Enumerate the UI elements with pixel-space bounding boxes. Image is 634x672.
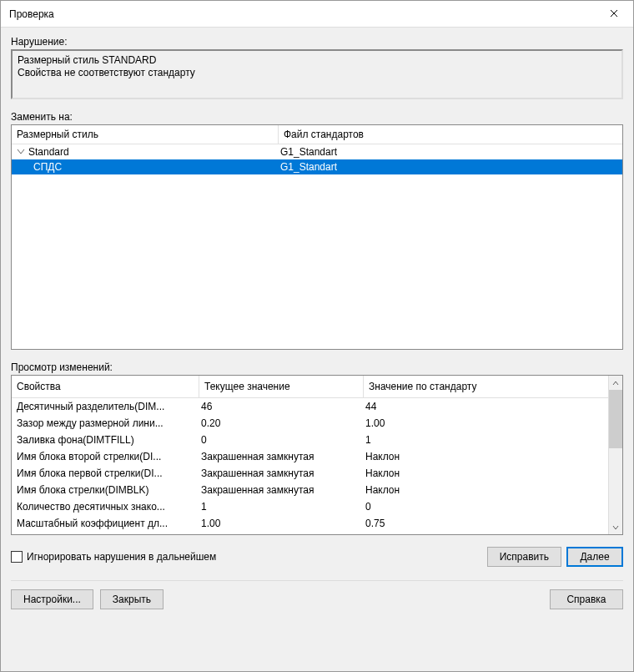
current-cell: 1 [199,501,364,513]
current-cell: 0.20 [199,417,364,429]
ignore-checkbox[interactable] [11,551,23,563]
replace-header: Размерный стиль Файл стандартов [12,125,622,144]
current-cell: Закрашенная замкнутая [199,467,364,479]
violation-text-line2: Свойства не соответствуют стандарту [18,67,616,79]
tree-item-file: G1_Standart [279,161,622,173]
replace-label: Заменить на: [11,111,623,123]
help-button[interactable]: Справка [550,589,623,609]
current-cell: 0 [199,434,364,446]
scroll-up-button[interactable] [609,376,622,390]
action-row: Игнорировать нарушения в дальнейшем Испр… [11,542,623,573]
current-cell: Закрашенная замкнутая [199,451,364,462]
replace-header-col1[interactable]: Размерный стиль [12,125,279,144]
table-row[interactable]: Масштабный коэффициент дл...1.000.75 [12,515,608,532]
dialog-window: Проверка Нарушение: Размерный стиль STAN… [0,0,634,672]
prop-cell: Количество десятичных знако... [12,501,199,513]
titlebar: Проверка [1,1,633,28]
prop-cell: Заливка фона(DIMTFILL) [12,434,199,446]
preview-list: Свойства Текущее значение Значение по ст… [11,375,623,535]
tree-row-standard[interactable]: Standard G1_Standart [12,144,622,159]
prop-cell: Десятичный разделитель(DIM... [12,401,199,412]
table-row[interactable]: Десятичный разделитель(DIM...4644 [12,398,608,415]
settings-button[interactable]: Настройки... [11,589,93,609]
tree-row-spds[interactable]: СПДС G1_Standart [12,159,622,174]
prop-cell: Имя блока первой стрелки(DI... [12,467,199,479]
chevron-down-icon[interactable] [17,147,27,157]
standard-cell: 0.75 [364,518,608,529]
tree-item-file: G1_Standart [279,146,622,158]
standard-cell: Наклон [364,451,608,462]
scrollbar-track[interactable] [609,390,622,520]
violation-box: Размерный стиль STANDARD Свойства не соо… [11,49,623,99]
next-button[interactable]: Далее [566,547,623,567]
close-icon [610,8,618,20]
table-row[interactable]: Имя блока стрелки(DIMBLK)Закрашенная зам… [12,482,608,498]
window-title: Проверка [9,8,54,20]
current-cell: 46 [199,401,364,412]
violation-text-line1: Размерный стиль STANDARD [18,54,616,67]
preview-scroll-area[interactable]: Свойства Текущее значение Значение по ст… [12,376,608,534]
close-button-footer[interactable]: Закрыть [100,589,164,609]
standard-cell: Наклон [364,467,608,479]
tree-item-label: Standard [28,146,69,158]
close-button[interactable] [595,1,633,28]
scroll-down-button[interactable] [609,520,622,534]
table-row[interactable]: Имя блока второй стрелки(DI...Закрашенна… [12,448,608,465]
chevron-up-icon [612,377,619,389]
tree-item-label: СПДС [33,161,62,173]
replace-section: Заменить на: Размерный стиль Файл станда… [11,111,623,350]
prop-cell: Имя блока стрелки(DIMBLK) [12,484,199,496]
standard-cell: 1 [364,434,608,446]
standard-cell: 44 [364,401,608,412]
content-area: Нарушение: Размерный стиль STANDARD Свой… [1,28,633,671]
prop-cell: Имя блока второй стрелки(DI... [12,451,199,462]
violation-section: Нарушение: Размерный стиль STANDARD Свой… [11,36,623,99]
standard-cell: 1.00 [364,417,608,429]
preview-header-col2[interactable]: Текущее значение [199,376,364,398]
scrollbar-thumb[interactable] [609,390,622,448]
preview-label: Просмотр изменений: [11,361,623,373]
replace-list[interactable]: Размерный стиль Файл стандартов Standard… [11,124,623,350]
ignore-label: Игнорировать нарушения в дальнейшем [27,551,216,563]
table-row[interactable]: Заливка фона(DIMTFILL)01 [12,432,608,448]
standard-cell: Наклон [364,484,608,496]
chevron-down-icon [612,522,619,533]
table-row[interactable]: Количество десятичных знако...10 [12,498,608,515]
standard-cell: 0 [364,501,608,513]
table-row[interactable]: Зазор между размерной лини...0.201.00 [12,415,608,432]
current-cell: 1.00 [199,518,364,529]
ignore-checkbox-wrap[interactable]: Игнорировать нарушения в дальнейшем [11,551,216,563]
table-row[interactable]: Имя блока первой стрелки(DI...Закрашенна… [12,465,608,482]
fix-button[interactable]: Исправить [487,547,561,567]
footer-row: Настройки... Закрыть Справка [11,580,623,609]
prop-cell: Масштабный коэффициент дл... [12,518,199,529]
vertical-scrollbar[interactable] [608,376,622,534]
preview-header-col1[interactable]: Свойства [12,376,199,398]
preview-section: Просмотр изменений: Свойства Текущее зна… [11,361,623,535]
violation-label: Нарушение: [11,36,623,48]
preview-header: Свойства Текущее значение Значение по ст… [12,376,608,398]
replace-header-col2[interactable]: Файл стандартов [279,125,622,144]
current-cell: Закрашенная замкнутая [199,484,364,496]
preview-header-col3[interactable]: Значение по стандарту [364,376,608,398]
prop-cell: Зазор между размерной лини... [12,417,199,429]
